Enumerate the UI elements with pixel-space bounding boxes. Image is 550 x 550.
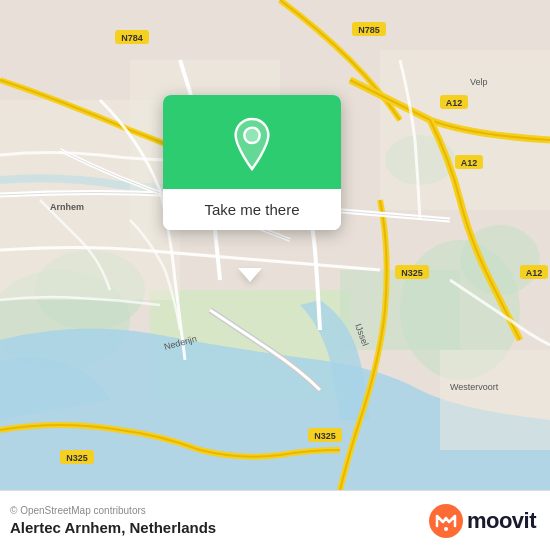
map-container: N784 N785 A12 A12 A12 N325 N325 N325 Arn… bbox=[0, 0, 550, 490]
svg-rect-12 bbox=[440, 350, 550, 450]
svg-text:A12: A12 bbox=[461, 158, 478, 168]
svg-text:Westervoort: Westervoort bbox=[450, 382, 499, 392]
svg-text:A12: A12 bbox=[526, 268, 543, 278]
moovit-logo: moovit bbox=[429, 504, 536, 538]
bottom-bar: © OpenStreetMap contributors Alertec Arn… bbox=[0, 490, 550, 550]
svg-text:Arnhem: Arnhem bbox=[50, 202, 84, 212]
svg-text:N785: N785 bbox=[358, 25, 380, 35]
svg-text:A12: A12 bbox=[446, 98, 463, 108]
take-me-there-button[interactable]: Take me there bbox=[163, 189, 341, 230]
popup-icon-area bbox=[163, 95, 341, 189]
moovit-text: moovit bbox=[467, 508, 536, 534]
svg-point-36 bbox=[429, 504, 463, 538]
map-background: N784 N785 A12 A12 A12 N325 N325 N325 Arn… bbox=[0, 0, 550, 490]
svg-text:N325: N325 bbox=[401, 268, 423, 278]
svg-text:N325: N325 bbox=[66, 453, 88, 463]
moovit-icon bbox=[429, 504, 463, 538]
svg-point-37 bbox=[444, 527, 448, 531]
svg-text:N784: N784 bbox=[121, 33, 143, 43]
svg-text:N325: N325 bbox=[314, 431, 336, 441]
location-name: Alertec Arnhem, Netherlands bbox=[10, 519, 216, 536]
popup-tail bbox=[238, 268, 262, 282]
popup-card: Take me there bbox=[163, 95, 341, 230]
svg-text:Velp: Velp bbox=[470, 77, 488, 87]
bottom-left: © OpenStreetMap contributors Alertec Arn… bbox=[10, 505, 216, 536]
map-pin-icon bbox=[229, 117, 275, 171]
copyright-text: © OpenStreetMap contributors bbox=[10, 505, 216, 516]
